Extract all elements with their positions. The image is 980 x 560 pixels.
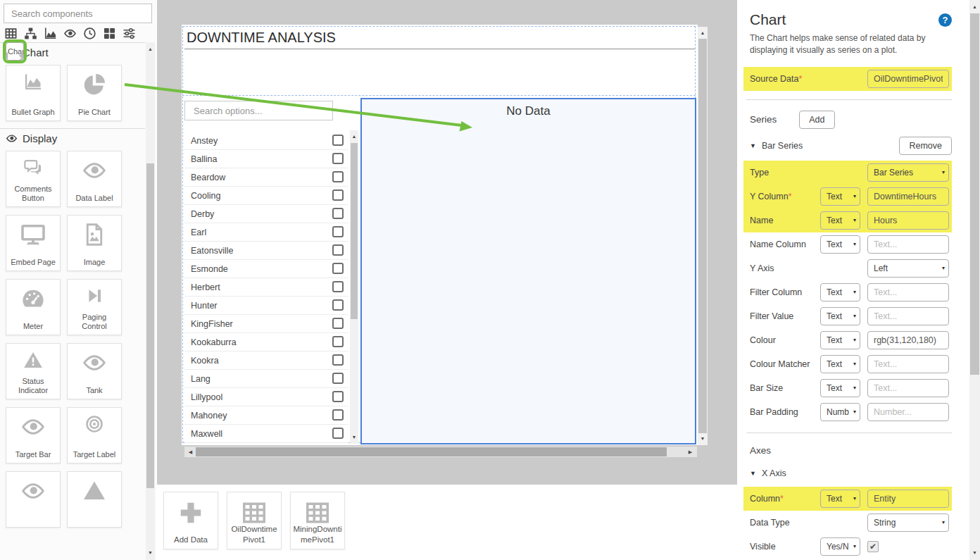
search-options-input[interactable]: [184, 101, 333, 120]
column-input[interactable]: [867, 490, 949, 508]
value-type-select[interactable]: Text▾: [820, 379, 860, 397]
type-select[interactable]: Bar Series▾: [867, 163, 949, 182]
component-tile-comments-button[interactable]: Comments Button: [6, 151, 61, 207]
palette-scrollbar[interactable]: ▲ ▼: [146, 42, 155, 560]
component-tile-tank[interactable]: Tank: [67, 343, 122, 399]
option-checkbox[interactable]: [332, 244, 344, 256]
value-type-select[interactable]: Yes/N▾: [820, 537, 860, 556]
option-row-kookaburra[interactable]: Kookaburra: [184, 333, 348, 351]
option-checkbox[interactable]: [332, 299, 344, 311]
option-row-esmonde[interactable]: Esmonde: [184, 260, 348, 278]
y-axis-select[interactable]: Left▾: [867, 259, 949, 278]
option-checkbox[interactable]: [332, 263, 344, 274]
option-row-kookra[interactable]: Kookra: [184, 351, 348, 370]
y-column-input[interactable]: [867, 187, 949, 206]
collapse-caret-icon[interactable]: ▼: [750, 142, 756, 149]
value-type-select[interactable]: Text▾: [820, 283, 860, 301]
scroll-right-icon[interactable]: ▶: [686, 447, 695, 457]
value-type-select[interactable]: Text▾: [820, 211, 860, 230]
bar-padding-input[interactable]: [867, 403, 949, 421]
scrollbar-thumb[interactable]: [146, 163, 154, 488]
option-checkbox[interactable]: [332, 336, 344, 347]
eye-icon[interactable]: [63, 27, 77, 40]
component-tile-bullet-graph[interactable]: Bullet Graph: [6, 65, 61, 121]
filter-column-input[interactable]: [867, 283, 949, 301]
page-vertical-scrollbar[interactable]: ▲ ▼: [698, 27, 708, 445]
visible-checkbox[interactable]: ✔: [867, 541, 879, 552]
scroll-up-icon[interactable]: ▲: [350, 132, 358, 141]
value-type-select[interactable]: Numb▾: [820, 403, 860, 421]
option-checkbox[interactable]: [332, 208, 344, 219]
option-row-cooling[interactable]: Cooling: [184, 187, 348, 205]
component-tile-data-label[interactable]: Data Label: [67, 151, 122, 207]
option-checkbox[interactable]: [332, 135, 344, 146]
value-type-select[interactable]: Text▾: [820, 355, 860, 373]
option-row-ballina[interactable]: Ballina: [184, 150, 348, 168]
option-row-lillypool[interactable]: Lillypool: [184, 388, 348, 406]
component-tile-meter[interactable]: Meter: [6, 279, 61, 335]
value-type-select[interactable]: Text▾: [820, 235, 860, 254]
scroll-up-icon[interactable]: ▲: [146, 45, 155, 54]
page-surface[interactable]: DOWNTIME ANALYSIS AnsteyBallinaBeardowCo…: [182, 25, 698, 445]
option-checkbox[interactable]: [332, 373, 344, 384]
option-checkbox[interactable]: [332, 153, 344, 164]
option-checkbox[interactable]: [332, 428, 344, 439]
component-tile-status-indicator[interactable]: Status Indicator: [6, 343, 61, 399]
option-row-herbert[interactable]: Herbert: [184, 278, 348, 297]
option-row-lang[interactable]: Lang: [184, 370, 348, 388]
scroll-down-icon[interactable]: ▼: [698, 435, 708, 443]
component-tile-pie-chart[interactable]: Pie Chart: [67, 65, 122, 121]
component-tile-triangle[interactable]: [67, 471, 122, 528]
search-components-input[interactable]: [4, 4, 152, 23]
scroll-up-icon[interactable]: ▲: [969, 3, 980, 11]
name-input[interactable]: [867, 211, 949, 230]
section-header-display[interactable]: Display: [0, 128, 145, 148]
data-type-select[interactable]: String▾: [867, 514, 949, 532]
scroll-left-icon[interactable]: ◀: [186, 447, 195, 457]
component-tile-chart[interactable]: Chart: [6, 42, 24, 61]
scrollbar-thumb[interactable]: [351, 143, 358, 319]
chart-component-dropzone[interactable]: No Data: [360, 98, 696, 444]
value-type-select[interactable]: Text▾: [820, 331, 860, 349]
colour-matcher-input[interactable]: [867, 355, 949, 373]
value-type-select[interactable]: Text▾: [820, 307, 860, 325]
option-row-hunter[interactable]: Hunter: [184, 297, 348, 315]
option-checkbox[interactable]: [332, 391, 344, 402]
option-row-anstey[interactable]: Anstey: [184, 132, 348, 150]
scrollbar-thumb[interactable]: [698, 39, 707, 433]
option-checkbox[interactable]: [332, 226, 344, 237]
component-tile-eye[interactable]: [6, 471, 61, 528]
scroll-down-icon[interactable]: ▼: [969, 549, 980, 557]
option-row-mahoney[interactable]: Mahoney: [184, 406, 348, 425]
scroll-down-icon[interactable]: ▼: [350, 433, 358, 442]
sliders-icon[interactable]: [122, 27, 136, 40]
colour-input[interactable]: [867, 331, 949, 349]
scrollbar-thumb[interactable]: [196, 447, 667, 456]
option-row-kingfisher[interactable]: KingFisher: [184, 315, 348, 333]
name-column-input[interactable]: [867, 235, 949, 254]
value-type-select[interactable]: Text▾: [820, 187, 860, 206]
option-checkbox[interactable]: [332, 318, 344, 329]
option-row-derby[interactable]: Derby: [184, 205, 348, 223]
hierarchy-icon[interactable]: [24, 27, 37, 40]
component-tile-paging-control[interactable]: Paging Control: [67, 279, 122, 335]
bar-size-input[interactable]: [867, 379, 949, 397]
filter-value-input[interactable]: [867, 307, 949, 325]
blocks-icon[interactable]: [103, 27, 116, 40]
data-tile-miningdowntimepivot1[interactable]: MiningDowntimePivot1: [290, 492, 345, 549]
inspector-scrollbar[interactable]: ▲ ▼: [969, 0, 980, 560]
option-checkbox[interactable]: [332, 189, 344, 201]
option-row-beardow[interactable]: Beardow: [184, 168, 348, 187]
option-row-maxwell[interactable]: Maxwell: [184, 425, 348, 443]
help-icon[interactable]: ?: [938, 13, 952, 27]
remove-series-button[interactable]: Remove: [899, 137, 952, 155]
component-tile-target-bar[interactable]: Target Bar: [6, 407, 61, 463]
component-tile-image[interactable]: Image: [67, 215, 122, 271]
option-row-earl[interactable]: Earl: [184, 223, 348, 242]
option-checkbox[interactable]: [332, 171, 344, 182]
data-tile-add-data[interactable]: Add Data: [163, 492, 218, 549]
clock-icon[interactable]: [83, 27, 96, 40]
component-tile-embed-page[interactable]: Embed Page: [6, 215, 61, 271]
area-chart-icon[interactable]: [44, 27, 57, 40]
option-checkbox[interactable]: [332, 354, 344, 366]
